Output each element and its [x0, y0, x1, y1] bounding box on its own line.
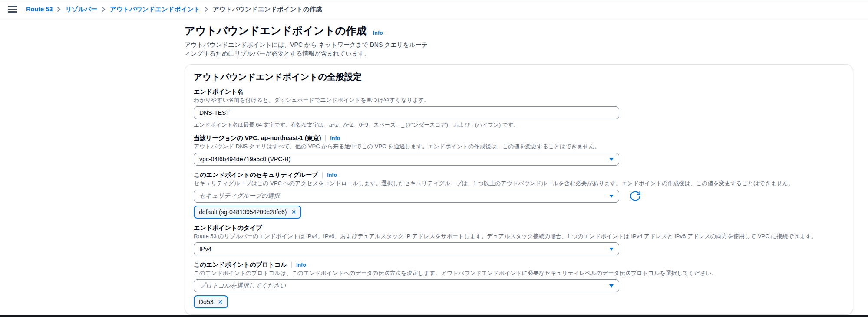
security-group-label: このエンドポイントのセキュリティグループ: [194, 171, 318, 179]
breadcrumb: Route 53 リゾルバー アウトバウンドエンドポイント アウトバウンドエンド…: [26, 5, 322, 13]
endpoint-name-constraint: エンドポイント名は最長 64 文字です。有効な文字は、a~z、A~Z、0~9、ス…: [194, 121, 842, 129]
protocol-token: Do53 ✕: [194, 295, 228, 308]
top-navigation-bar: Route 53 リゾルバー アウトバウンドエンドポイント アウトバウンドエンド…: [0, 0, 868, 18]
protocol-info-link[interactable]: Info: [291, 262, 306, 268]
vpc-field: 当該リージョンの VPC: ap-northeast-1 (東京) Info ア…: [194, 134, 842, 166]
breadcrumb-current-page: アウトバウンドエンドポイントの作成: [213, 5, 322, 13]
window-bottom-edge: [0, 315, 868, 317]
vpc-description: アウトバウンド DNS クエリはすべて、他の VPC から来る途中でこの VPC…: [194, 142, 842, 150]
security-group-token: default (sg-04813954209c28fe6) ✕: [194, 206, 301, 219]
security-group-select[interactable]: セキュリティグループの選択: [194, 190, 619, 203]
chevron-right-icon: [102, 7, 106, 12]
protocol-field: このエンドポイントのプロトコル Info このエンドポイントのプロトコルは、この…: [194, 261, 842, 308]
security-group-field: このエンドポイントのセキュリティグループ Info セキュリティグループはこの …: [194, 171, 842, 219]
close-icon[interactable]: ✕: [290, 209, 297, 216]
endpoint-name-label: エンドポイント名: [194, 88, 243, 96]
page-title-info-link[interactable]: Info: [373, 30, 383, 38]
refresh-button[interactable]: [629, 190, 642, 203]
breadcrumb-resolver[interactable]: リゾルバー: [65, 5, 97, 13]
breadcrumb-outbound-endpoints[interactable]: アウトバウンドエンドポイント: [110, 5, 200, 13]
vpc-selected-value: vpc-04f6b494de719a5c0 (VPC-B): [199, 156, 290, 163]
vpc-info-link[interactable]: Info: [325, 135, 340, 141]
endpoint-type-description: Route 53 のリゾルバーのエンドポイントは IPv4、IPv6、およびデュ…: [194, 232, 842, 240]
endpoint-type-select[interactable]: IPv4: [194, 242, 619, 255]
chevron-down-icon: [609, 195, 614, 198]
chevron-down-icon: [609, 248, 614, 251]
main-content: アウトバウンドエンドポイントの作成 Info アウトバウンドエンドポイントには、…: [185, 18, 855, 315]
security-group-description: セキュリティグループはこの VPC へのアクセスをコントロールします。選択したセ…: [194, 179, 842, 187]
endpoint-name-field: エンドポイント名 わかりやすい名前を付けると、ダッシュボードでエンドポイントを見…: [194, 88, 842, 129]
protocol-label: このエンドポイントのプロトコル: [194, 261, 287, 269]
chevron-right-icon: [205, 7, 208, 12]
chevron-down-icon: [609, 284, 614, 288]
endpoint-type-label: エンドポイントのタイプ: [194, 224, 262, 232]
protocol-token-label: Do53: [199, 297, 213, 306]
vpc-label: 当該リージョンの VPC: ap-northeast-1 (東京): [194, 134, 321, 142]
breadcrumb-route53[interactable]: Route 53: [26, 6, 53, 13]
general-settings-panel: アウトバウンドエンドポイントの全般設定 エンドポイント名 わかりやすい名前を付け…: [185, 64, 853, 315]
endpoint-type-selected-value: IPv4: [199, 245, 211, 252]
protocol-select[interactable]: プロトコルを選択してください: [194, 279, 619, 292]
page-description: アウトバウンドエンドポイントには、VPC から ネットワークまで DNS クエリ…: [185, 40, 431, 58]
endpoint-name-input[interactable]: [194, 106, 619, 119]
hamburger-menu-icon[interactable]: [8, 6, 17, 13]
panel-title: アウトバウンドエンドポイントの全般設定: [194, 72, 842, 82]
protocol-description: このエンドポイントのプロトコルは、このエンドポイントへのデータの伝送方法を決定し…: [194, 269, 842, 277]
security-group-placeholder: セキュリティグループの選択: [199, 192, 280, 200]
endpoint-type-field: エンドポイントのタイプ Route 53 のリゾルバーのエンドポイントは IPv…: [194, 224, 842, 255]
security-group-token-label: default (sg-04813954209c28fe6): [199, 208, 287, 216]
security-group-info-link[interactable]: Info: [322, 172, 337, 178]
endpoint-name-description: わかりやすい名前を付けると、ダッシュボードでエンドポイントを見つけやすくなります…: [194, 96, 842, 104]
close-icon[interactable]: ✕: [217, 298, 224, 305]
chevron-down-icon: [609, 158, 614, 161]
protocol-placeholder: プロトコルを選択してください: [199, 282, 286, 290]
chevron-right-icon: [57, 7, 61, 12]
vpc-select[interactable]: vpc-04f6b494de719a5c0 (VPC-B): [194, 153, 619, 166]
page-title: アウトバウンドエンドポイントの作成: [185, 24, 367, 38]
refresh-icon: [629, 190, 641, 202]
